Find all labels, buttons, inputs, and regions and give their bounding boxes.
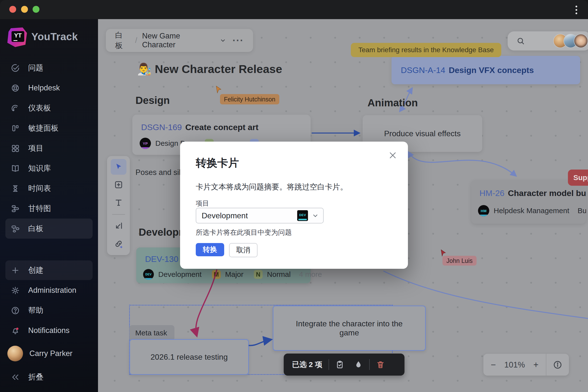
section-development[interactable]: Developr	[139, 226, 183, 238]
toolbar-divider	[112, 214, 125, 214]
question-icon	[11, 306, 20, 315]
sidebar: YT YouTrack 问题 Helpdesk 仪表板 敏捷面板 项目 知识库	[0, 19, 98, 392]
canvas-toolbar	[107, 156, 130, 255]
board-title[interactable]: 👨‍🎨 New Character Release	[137, 62, 282, 76]
project-select[interactable]: Development DEV	[196, 208, 324, 224]
card-release-testing[interactable]: 2026.1 release testing	[129, 339, 249, 375]
card-dsgn-a14[interactable]: DSGN-A-14 Design VFX concepts	[392, 56, 580, 84]
traffic-light-close[interactable]	[9, 6, 16, 13]
issue-title: Character model bug	[508, 188, 586, 198]
issue-id[interactable]: DSGN-A-14	[401, 66, 445, 75]
cursor-john-icon	[440, 250, 447, 257]
card-text: Produce visual effects	[384, 129, 460, 138]
sidebar-item-timesheets[interactable]: 时间表	[0, 178, 98, 198]
create-button[interactable]: 创建	[6, 260, 92, 280]
brand-title: YouTrack	[31, 31, 78, 43]
zoom-in-button[interactable]: +	[533, 360, 538, 370]
zoom-controls: − 101% +	[484, 354, 569, 376]
sidebar-item-projects[interactable]: 项目	[0, 138, 98, 158]
issue-id[interactable]: DSGN-169	[141, 122, 182, 132]
cancel-button[interactable]: 取消	[229, 243, 258, 257]
whiteboard-icon	[11, 224, 20, 233]
kebab-menu-icon[interactable]	[571, 4, 581, 15]
agile-board-icon	[11, 124, 20, 133]
poses-text[interactable]: Poses and silh	[136, 168, 185, 177]
priority-label: Major	[225, 270, 244, 278]
project-helper-text: 所选卡片将在此项目中变为问题	[196, 228, 292, 237]
issue-id[interactable]: HM-26	[480, 188, 504, 198]
sidebar-item-issues[interactable]: 问题	[0, 58, 98, 78]
chevron-down-icon	[312, 212, 319, 219]
support-button[interactable]: Supp	[568, 170, 588, 186]
section-animation[interactable]: Animation	[368, 97, 418, 109]
window-titlebar	[0, 0, 588, 19]
text-icon	[114, 198, 123, 207]
sidebar-item-helpdesk[interactable]: Helpdesk	[0, 78, 98, 98]
card-text: Integrate the character into the game	[290, 319, 408, 337]
project-name: Development	[158, 270, 202, 278]
sidebar-item-agile-boards[interactable]: 敏捷面板	[0, 118, 98, 138]
text-tool[interactable]	[111, 195, 126, 210]
traffic-light-zoom[interactable]	[32, 6, 40, 13]
sidebar-item-gantt-charts[interactable]: 甘特图	[0, 198, 98, 218]
check-circle-icon	[11, 64, 20, 72]
select-tool[interactable]	[111, 159, 126, 175]
issue-title: Design VFX concepts	[448, 66, 534, 75]
card-hm26[interactable]: HM-26 Character model bug HM Helpdesk Ma…	[471, 180, 586, 224]
color-droplet-icon[interactable]	[354, 360, 363, 369]
project-select-value: Development	[202, 211, 297, 220]
cursor-label-john: John Luis	[442, 256, 476, 266]
sidebar-item-notifications[interactable]: Notifications	[0, 320, 98, 340]
lifebuoy-icon	[11, 84, 20, 92]
search-panel	[508, 31, 588, 50]
board-info-button[interactable]	[546, 354, 569, 376]
search-icon[interactable]	[516, 37, 525, 45]
trash-icon[interactable]	[376, 360, 385, 369]
cursor-label-felicity: Felicity Hutchinson	[220, 94, 279, 104]
zoom-out-button[interactable]: −	[491, 360, 496, 370]
user-profile[interactable]: Carry Parker	[0, 343, 98, 364]
gantt-icon	[11, 204, 20, 213]
book-icon	[11, 164, 20, 173]
breadcrumb-root[interactable]: 白板	[115, 30, 130, 51]
sidebar-item-administration[interactable]: Administration	[0, 280, 98, 300]
connector-tool[interactable]	[111, 218, 126, 234]
issue-id[interactable]: DEV-130	[145, 254, 178, 264]
collaborator-avatars[interactable]	[557, 34, 588, 48]
convert-to-issue-icon[interactable]	[336, 360, 344, 369]
projects-grid-icon	[11, 144, 20, 153]
chevron-down-icon[interactable]	[220, 37, 226, 44]
breadcrumb-current[interactable]: New Game Character	[142, 32, 215, 49]
link-icon	[114, 239, 123, 248]
toolbar-divider	[328, 359, 329, 370]
sidebar-item-help[interactable]: Notifications 帮助	[0, 300, 98, 320]
avatar	[574, 34, 588, 48]
avatar	[7, 346, 23, 362]
convert-cards-dialog: 转换卡片 卡片文本将成为问题摘要。将跳过空白卡片。 项目 Development…	[180, 142, 408, 269]
dialog-description: 卡片文本将成为问题摘要。将跳过空白卡片。	[196, 182, 348, 192]
zoom-level: 101%	[504, 360, 525, 370]
close-icon[interactable]	[388, 151, 397, 160]
sidebar-item-knowledge-base[interactable]: 知识库	[0, 158, 98, 178]
selection-count: 已选 2 项	[292, 360, 322, 370]
meta-task-label[interactable]: Meta task	[129, 325, 174, 341]
add-card-tool[interactable]	[111, 177, 126, 192]
sidebar-collapse-button[interactable]: 折叠	[0, 367, 98, 387]
project-avatar: YP	[140, 138, 151, 149]
sticky-note-team-briefing[interactable]: Team briefing results in the Knowledge B…	[351, 43, 501, 57]
issue-type: Bug	[578, 206, 586, 215]
card-integrate[interactable]: Integrate the character into the game	[273, 306, 426, 351]
traffic-light-minimize[interactable]	[21, 6, 28, 13]
board-more-menu[interactable]: ···	[232, 35, 244, 46]
section-design[interactable]: Design	[136, 94, 170, 106]
dialog-title: 转换卡片	[196, 156, 239, 170]
youtrack-logo-icon: YT	[7, 28, 27, 47]
sidebar-item-dashboards[interactable]: 仪表板	[0, 98, 98, 118]
sidebar-item-whiteboards[interactable]: 白板	[6, 218, 92, 239]
convert-button[interactable]: 转换	[196, 243, 224, 256]
more-fields[interactable]: 4 more	[299, 270, 322, 278]
link-tool[interactable]	[111, 236, 126, 252]
project-field-label: 项目	[196, 199, 209, 208]
dashboard-icon	[11, 104, 20, 113]
issue-title: Create concept art	[185, 122, 258, 132]
